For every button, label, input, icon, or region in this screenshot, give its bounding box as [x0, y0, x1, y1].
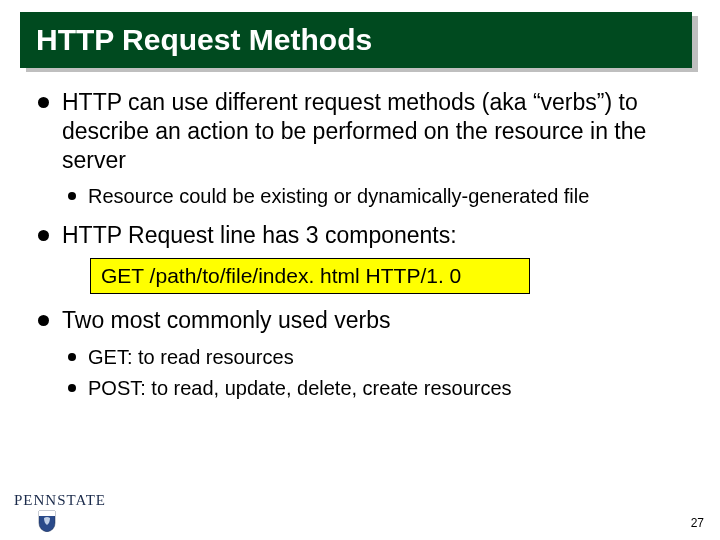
slide-title: HTTP Request Methods [36, 23, 372, 57]
svg-rect-0 [39, 511, 55, 516]
title-bar: HTTP Request Methods [20, 12, 692, 68]
title-bar-wrap: HTTP Request Methods [0, 0, 720, 68]
page-number: 27 [691, 516, 704, 530]
bullet-3: Two most commonly used verbs GET: to rea… [34, 306, 686, 401]
bullet-3-2: POST: to read, update, delete, create re… [62, 376, 686, 401]
slide-content: HTTP can use different request methods (… [0, 68, 720, 401]
bullet-1-1: Resource could be existing or dynamicall… [62, 184, 686, 209]
bullet-2-text: HTTP Request line has 3 components: [62, 222, 457, 248]
shield-icon [38, 510, 56, 532]
bullet-2: HTTP Request line has 3 components: GET … [34, 221, 686, 294]
bullet-3-1: GET: to read resources [62, 345, 686, 370]
bullet-1: HTTP can use different request methods (… [34, 88, 686, 209]
code-example: GET /path/to/file/index. html HTTP/1. 0 [90, 258, 530, 294]
bullet-3-text: Two most commonly used verbs [62, 307, 391, 333]
logo-text: PENNSTATE [14, 492, 106, 509]
pennstate-logo: PENNSTATE [14, 492, 106, 532]
bullet-1-text: HTTP can use different request methods (… [62, 89, 646, 173]
